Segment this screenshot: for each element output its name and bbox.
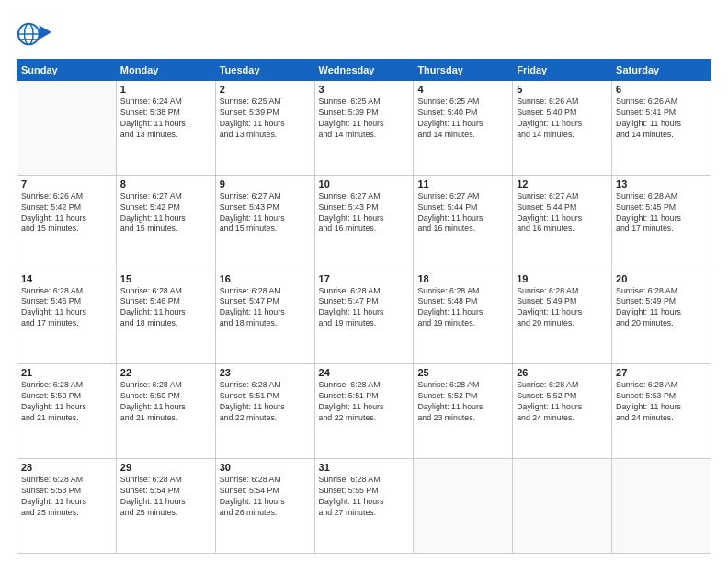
day-number: 21 <box>21 367 112 378</box>
calendar-cell: 18Sunrise: 6:28 AM Sunset: 5:48 PM Dayli… <box>414 270 513 364</box>
day-info: Sunrise: 6:26 AM Sunset: 5:42 PM Dayligh… <box>21 191 112 236</box>
day-number: 6 <box>616 84 707 95</box>
calendar-cell <box>612 459 711 554</box>
day-info: Sunrise: 6:26 AM Sunset: 5:41 PM Dayligh… <box>616 97 707 141</box>
calendar-cell: 24Sunrise: 6:28 AM Sunset: 5:51 PM Dayli… <box>314 364 414 459</box>
day-info: Sunrise: 6:28 AM Sunset: 5:51 PM Dayligh… <box>319 380 410 424</box>
header <box>17 17 711 52</box>
calendar-cell: 14Sunrise: 6:28 AM Sunset: 5:46 PM Dayli… <box>17 270 117 364</box>
day-info: Sunrise: 6:28 AM Sunset: 5:50 PM Dayligh… <box>120 380 211 424</box>
day-number: 17 <box>319 273 410 284</box>
calendar-cell: 22Sunrise: 6:28 AM Sunset: 5:50 PM Dayli… <box>116 364 215 459</box>
day-number: 3 <box>319 84 410 95</box>
calendar-cell: 25Sunrise: 6:28 AM Sunset: 5:52 PM Dayli… <box>414 364 513 459</box>
day-header-sunday: Sunday <box>17 60 117 81</box>
day-info: Sunrise: 6:28 AM Sunset: 5:55 PM Dayligh… <box>319 475 410 519</box>
calendar-cell <box>17 81 117 176</box>
day-info: Sunrise: 6:28 AM Sunset: 5:46 PM Dayligh… <box>21 286 112 330</box>
calendar-cell: 26Sunrise: 6:28 AM Sunset: 5:52 PM Dayli… <box>513 364 612 459</box>
day-info: Sunrise: 6:28 AM Sunset: 5:47 PM Dayligh… <box>220 286 311 330</box>
calendar-cell: 1Sunrise: 6:24 AM Sunset: 5:38 PM Daylig… <box>116 81 215 176</box>
calendar-cell: 17Sunrise: 6:28 AM Sunset: 5:47 PM Dayli… <box>314 270 414 364</box>
day-number: 2 <box>220 84 311 95</box>
day-info: Sunrise: 6:28 AM Sunset: 5:51 PM Dayligh… <box>220 380 311 424</box>
calendar-cell: 10Sunrise: 6:27 AM Sunset: 5:43 PM Dayli… <box>314 175 414 270</box>
day-number: 30 <box>220 462 311 473</box>
calendar-cell: 8Sunrise: 6:27 AM Sunset: 5:42 PM Daylig… <box>116 175 215 270</box>
day-number: 12 <box>517 178 608 190</box>
week-row-2: 7Sunrise: 6:26 AM Sunset: 5:42 PM Daylig… <box>17 175 711 270</box>
calendar-cell: 2Sunrise: 6:25 AM Sunset: 5:39 PM Daylig… <box>215 81 314 176</box>
day-info: Sunrise: 6:28 AM Sunset: 5:49 PM Dayligh… <box>517 286 608 330</box>
week-row-4: 21Sunrise: 6:28 AM Sunset: 5:50 PM Dayli… <box>17 364 711 459</box>
day-header-wednesday: Wednesday <box>314 60 414 81</box>
calendar-cell: 15Sunrise: 6:28 AM Sunset: 5:46 PM Dayli… <box>116 270 215 364</box>
day-header-saturday: Saturday <box>612 60 711 81</box>
header-row: SundayMondayTuesdayWednesdayThursdayFrid… <box>17 60 711 81</box>
day-info: Sunrise: 6:28 AM Sunset: 5:50 PM Dayligh… <box>21 380 112 424</box>
day-info: Sunrise: 6:27 AM Sunset: 5:42 PM Dayligh… <box>120 191 211 236</box>
calendar-cell: 19Sunrise: 6:28 AM Sunset: 5:49 PM Dayli… <box>513 270 612 364</box>
logo-icon <box>17 17 51 52</box>
day-number: 9 <box>220 178 311 190</box>
calendar-cell: 21Sunrise: 6:28 AM Sunset: 5:50 PM Dayli… <box>17 364 117 459</box>
week-row-5: 28Sunrise: 6:28 AM Sunset: 5:53 PM Dayli… <box>17 459 711 554</box>
calendar-cell: 20Sunrise: 6:28 AM Sunset: 5:49 PM Dayli… <box>612 270 711 364</box>
day-header-monday: Monday <box>116 60 215 81</box>
calendar-cell: 23Sunrise: 6:28 AM Sunset: 5:51 PM Dayli… <box>215 364 314 459</box>
logo <box>17 17 55 52</box>
day-number: 20 <box>616 273 707 284</box>
day-info: Sunrise: 6:28 AM Sunset: 5:48 PM Dayligh… <box>417 286 508 330</box>
day-number: 25 <box>417 367 508 378</box>
day-number: 26 <box>517 367 608 378</box>
week-row-1: 1Sunrise: 6:24 AM Sunset: 5:38 PM Daylig… <box>17 81 711 176</box>
week-row-3: 14Sunrise: 6:28 AM Sunset: 5:46 PM Dayli… <box>17 270 711 364</box>
day-number: 28 <box>21 462 112 473</box>
calendar-cell: 28Sunrise: 6:28 AM Sunset: 5:53 PM Dayli… <box>17 459 117 554</box>
calendar-cell: 16Sunrise: 6:28 AM Sunset: 5:47 PM Dayli… <box>215 270 314 364</box>
day-info: Sunrise: 6:28 AM Sunset: 5:52 PM Dayligh… <box>517 380 608 424</box>
calendar-cell: 30Sunrise: 6:28 AM Sunset: 5:54 PM Dayli… <box>215 459 314 554</box>
day-info: Sunrise: 6:28 AM Sunset: 5:54 PM Dayligh… <box>120 475 211 519</box>
day-number: 27 <box>616 367 707 378</box>
day-info: Sunrise: 6:28 AM Sunset: 5:53 PM Dayligh… <box>21 475 112 519</box>
calendar-cell <box>513 459 612 554</box>
day-number: 22 <box>120 367 211 378</box>
day-number: 29 <box>120 462 211 473</box>
day-header-friday: Friday <box>513 60 612 81</box>
day-info: Sunrise: 6:28 AM Sunset: 5:53 PM Dayligh… <box>616 380 707 424</box>
day-number: 13 <box>616 178 707 190</box>
day-header-thursday: Thursday <box>414 60 513 81</box>
svg-marker-5 <box>40 26 51 40</box>
day-number: 8 <box>120 178 211 190</box>
day-number: 15 <box>120 273 211 284</box>
calendar-body: 1Sunrise: 6:24 AM Sunset: 5:38 PM Daylig… <box>17 81 711 554</box>
day-number: 23 <box>220 367 311 378</box>
day-info: Sunrise: 6:25 AM Sunset: 5:39 PM Dayligh… <box>220 97 311 141</box>
day-number: 1 <box>120 84 211 95</box>
calendar-cell: 11Sunrise: 6:27 AM Sunset: 5:44 PM Dayli… <box>414 175 513 270</box>
day-info: Sunrise: 6:25 AM Sunset: 5:39 PM Dayligh… <box>319 97 410 141</box>
day-info: Sunrise: 6:27 AM Sunset: 5:43 PM Dayligh… <box>220 191 311 236</box>
day-number: 4 <box>417 84 508 95</box>
calendar-header: SundayMondayTuesdayWednesdayThursdayFrid… <box>17 60 711 81</box>
calendar-cell: 27Sunrise: 6:28 AM Sunset: 5:53 PM Dayli… <box>612 364 711 459</box>
day-number: 18 <box>417 273 508 284</box>
day-info: Sunrise: 6:25 AM Sunset: 5:40 PM Dayligh… <box>417 97 508 141</box>
day-header-tuesday: Tuesday <box>215 60 314 81</box>
day-info: Sunrise: 6:24 AM Sunset: 5:38 PM Dayligh… <box>120 97 211 141</box>
calendar-cell: 6Sunrise: 6:26 AM Sunset: 5:41 PM Daylig… <box>612 81 711 176</box>
day-number: 14 <box>21 273 112 284</box>
day-number: 24 <box>319 367 410 378</box>
day-info: Sunrise: 6:28 AM Sunset: 5:54 PM Dayligh… <box>220 475 311 519</box>
calendar-cell: 31Sunrise: 6:28 AM Sunset: 5:55 PM Dayli… <box>314 459 414 554</box>
calendar-cell: 12Sunrise: 6:27 AM Sunset: 5:44 PM Dayli… <box>513 175 612 270</box>
day-info: Sunrise: 6:28 AM Sunset: 5:49 PM Dayligh… <box>616 286 707 330</box>
page: SundayMondayTuesdayWednesdayThursdayFrid… <box>0 0 728 563</box>
day-info: Sunrise: 6:28 AM Sunset: 5:46 PM Dayligh… <box>120 286 211 330</box>
day-number: 19 <box>517 273 608 284</box>
day-number: 5 <box>517 84 608 95</box>
day-number: 31 <box>319 462 410 473</box>
calendar-cell: 29Sunrise: 6:28 AM Sunset: 5:54 PM Dayli… <box>116 459 215 554</box>
day-number: 10 <box>319 178 410 190</box>
